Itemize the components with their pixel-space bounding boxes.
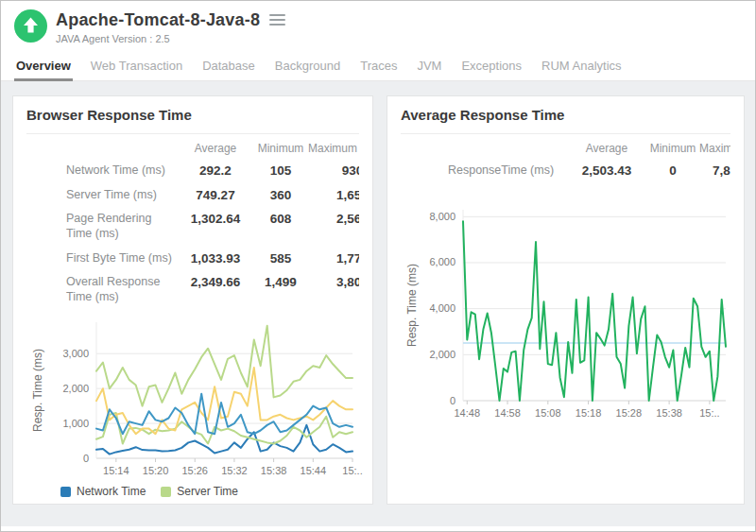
min-value: 1,499 (253, 270, 308, 309)
table-header-row: Average Minimum Maximum (26, 136, 359, 159)
monitor-header: Apache-Tomcat-8-Java-8 JAVA Agent Versio… (1, 1, 755, 50)
tab-bar: Overview Web Transaction Database Backgr… (1, 50, 755, 81)
max-value: 2,561 (308, 207, 359, 246)
svg-text:1,000: 1,000 (62, 418, 89, 429)
min-value: 585 (253, 247, 308, 271)
tab-overview[interactable]: Overview (16, 50, 71, 81)
average-response-time-chart[interactable]: 02,0004,0006,0008,00014:4814:5815:0815:1… (401, 198, 735, 425)
table-row: Network Time (ms) 292.2 105 930 (26, 159, 359, 183)
agent-version-label: JAVA Agent Version : 2.5 (56, 33, 285, 44)
browser-response-time-chart[interactable]: 01,0002,0003,00015:1415:2015:2615:3215:3… (26, 311, 364, 483)
avg-value: 749.27 (178, 183, 253, 208)
svg-text:15:44: 15:44 (301, 465, 327, 476)
tab-exceptions[interactable]: Exceptions (461, 50, 522, 81)
svg-text:8,000: 8,000 (429, 210, 455, 221)
browser-response-time-panel: Browser Response Time Average Minimum Ma… (12, 95, 373, 505)
row-label: First Byte Time (ms) (26, 247, 178, 271)
svg-text:2,000: 2,000 (429, 348, 455, 359)
svg-text:0: 0 (83, 453, 89, 464)
divider (26, 133, 359, 134)
legend-label: Server Time (177, 485, 238, 498)
dashboard-content: Browser Response Time Average Minimum Ma… (1, 81, 755, 526)
svg-text:15:20: 15:20 (143, 465, 169, 476)
col-header-maximum: Maximum (308, 136, 359, 159)
svg-text:15:38: 15:38 (656, 407, 682, 419)
svg-text:Resp. Time (ms): Resp. Time (ms) (31, 349, 44, 432)
avg-value: 2,349.66 (178, 270, 253, 309)
panel-title: Browser Response Time (26, 106, 359, 125)
svg-text:15:08: 15:08 (535, 407, 561, 419)
average-response-time-panel: Average Response Time Average Minimum Ma… (387, 95, 745, 505)
min-value: 105 (253, 159, 308, 183)
avg-value: 292.2 (178, 159, 253, 183)
legend-item-server-time[interactable]: Server Time (161, 485, 238, 498)
row-label: Network Time (ms) (26, 159, 178, 183)
panel-title: Average Response Time (401, 106, 730, 125)
tab-traces[interactable]: Traces (360, 50, 397, 81)
table-row: Page Rendering Time (ms) 1,302.64 608 2,… (26, 207, 359, 246)
divider (401, 133, 730, 134)
chart-legend: Network Time Server Time Page Rendering … (60, 485, 359, 505)
avg-value: 1,302.64 (178, 207, 253, 246)
col-header-maximum: Maximum (699, 136, 730, 159)
table-row: Server Time (ms) 749.27 360 1,658 (26, 183, 359, 208)
network-time-swatch (60, 487, 71, 497)
avg-value: 1,033.93 (178, 247, 253, 271)
svg-text:15:28: 15:28 (616, 407, 643, 419)
min-value: 0 (646, 159, 699, 183)
browser-response-stats-table: Average Minimum Maximum Network Time (ms… (26, 136, 359, 309)
max-value: 930 (308, 159, 359, 183)
max-value: 1,774 (308, 247, 359, 271)
svg-text:14:58: 14:58 (494, 407, 521, 419)
table-header-row: Average Minimum Maximum (401, 136, 730, 159)
row-label: Overall Response Time (ms) (26, 270, 178, 309)
svg-text:6,000: 6,000 (429, 256, 455, 267)
col-header-average: Average (178, 136, 253, 159)
average-response-stats-table: Average Minimum Maximum ResponseTime (ms… (401, 136, 730, 183)
status-up-icon (14, 9, 47, 43)
server-time-swatch (161, 487, 171, 497)
min-value: 360 (253, 183, 308, 208)
avg-value: 2,503.43 (567, 159, 646, 183)
app-window: Apache-Tomcat-8-Java-8 JAVA Agent Versio… (0, 0, 756, 532)
page-title: Apache-Tomcat-8-Java-8 (56, 10, 260, 30)
svg-text:15:..: 15:.. (342, 465, 362, 476)
tab-jvm[interactable]: JVM (417, 50, 441, 81)
svg-text:4,000: 4,000 (429, 302, 455, 314)
max-value: 1,658 (308, 183, 359, 208)
svg-text:2,000: 2,000 (62, 383, 89, 394)
tab-background[interactable]: Background (275, 50, 340, 81)
col-header-minimum: Minimum (646, 136, 699, 159)
svg-text:14:48: 14:48 (454, 407, 480, 419)
svg-text:15:14: 15:14 (103, 465, 129, 476)
table-row: ResponseTime (ms) 2,503.43 0 7,815 (401, 159, 730, 183)
svg-text:15:38: 15:38 (261, 465, 287, 476)
svg-text:15:..: 15:.. (699, 407, 719, 419)
svg-text:15:32: 15:32 (221, 465, 248, 476)
min-value: 608 (253, 207, 308, 246)
col-header-average: Average (567, 136, 646, 159)
svg-text:3,000: 3,000 (62, 348, 89, 359)
legend-label: Network Time (77, 485, 146, 498)
row-label: Server Time (ms) (26, 183, 178, 208)
svg-text:0: 0 (450, 394, 455, 405)
row-label: ResponseTime (ms) (401, 159, 567, 183)
tab-rum-analytics[interactable]: RUM Analytics (541, 50, 622, 81)
hamburger-menu-icon[interactable] (269, 9, 285, 30)
max-value: 7,815 (699, 159, 730, 183)
table-row: Overall Response Time (ms) 2,349.66 1,49… (26, 270, 359, 309)
svg-text:Resp. Time (ms): Resp. Time (ms) (405, 264, 419, 347)
tab-web-transaction[interactable]: Web Transaction (91, 50, 182, 81)
row-label: Page Rendering Time (ms) (26, 207, 178, 246)
svg-text:15:18: 15:18 (576, 407, 602, 419)
svg-text:15:26: 15:26 (181, 465, 208, 476)
col-header-minimum: Minimum (253, 136, 308, 159)
table-row: First Byte Time (ms) 1,033.93 585 1,774 (26, 247, 359, 271)
tab-database[interactable]: Database (202, 50, 255, 81)
legend-item-network-time[interactable]: Network Time (60, 485, 146, 498)
max-value: 3,807 (308, 270, 359, 309)
